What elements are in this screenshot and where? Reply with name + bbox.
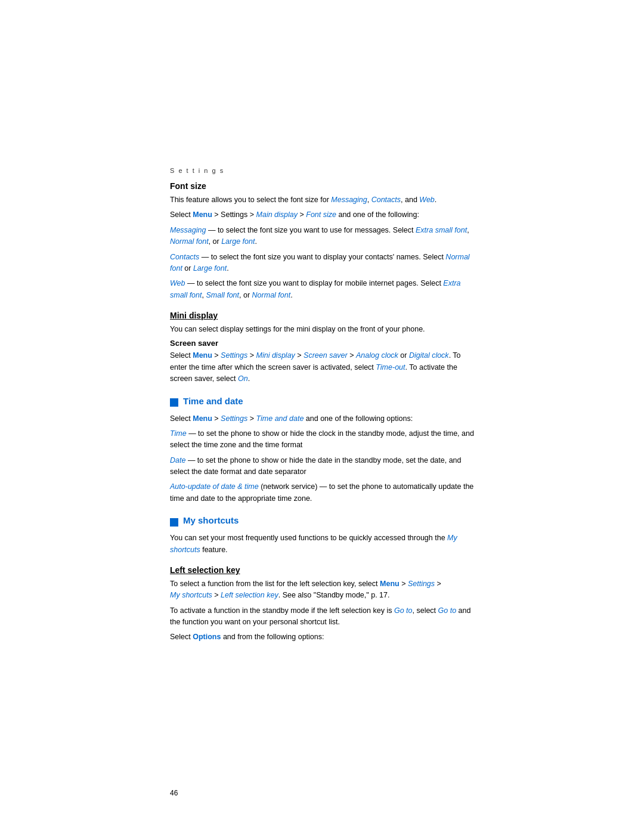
left-selection-key-heading: Left selection key bbox=[170, 565, 474, 575]
left-selection-key-para1: To select a function from the list for t… bbox=[170, 578, 474, 602]
time-and-date-para1: Select Menu > Settings > Time and date a… bbox=[170, 413, 474, 425]
mini-display-section: Mini display You can select display sett… bbox=[170, 311, 474, 385]
mini-display-heading: Mini display bbox=[170, 311, 474, 320]
screen-saver-heading: Screen saver bbox=[170, 339, 474, 348]
left-selection-key-para3: Select Options and from the following op… bbox=[170, 631, 474, 643]
my-shortcuts-para: You can set your most frequently used fu… bbox=[170, 532, 474, 556]
time-and-date-auto-update-line: Auto-update of date & time (network serv… bbox=[170, 481, 474, 504]
time-and-date-time-line: Time — to set the phone to show or hide … bbox=[170, 428, 474, 451]
time-and-date-section: Time and date Select Menu > Settings > T… bbox=[170, 396, 474, 505]
page: S e t t i n g s Font size This feature a… bbox=[0, 0, 644, 833]
my-shortcuts-heading: My shortcuts bbox=[183, 515, 239, 525]
blue-square-icon-2 bbox=[170, 518, 178, 527]
font-size-contacts-line: Contacts — to select the font size you w… bbox=[170, 252, 474, 275]
screen-saver-subsection: Screen saver Select Menu > Settings > Mi… bbox=[170, 339, 474, 385]
font-size-section: Font size This feature allows you to sel… bbox=[170, 181, 474, 301]
my-shortcuts-heading-container: My shortcuts bbox=[170, 515, 474, 529]
font-size-para2: Select Menu > Settings > Main display > … bbox=[170, 209, 474, 221]
blue-square-icon bbox=[170, 398, 178, 407]
page-number: 46 bbox=[170, 789, 178, 797]
font-size-para1: This feature allows you to select the fo… bbox=[170, 194, 474, 206]
my-shortcuts-section: My shortcuts You can set your most frequ… bbox=[170, 515, 474, 556]
time-and-date-date-line: Date — to set the phone to show or hide … bbox=[170, 455, 474, 478]
settings-label: S e t t i n g s bbox=[170, 167, 474, 174]
font-size-heading: Font size bbox=[170, 181, 474, 191]
font-size-web-line: Web — to select the font size you want t… bbox=[170, 278, 474, 301]
left-selection-key-section: Left selection key To select a function … bbox=[170, 565, 474, 643]
time-and-date-heading-container: Time and date bbox=[170, 396, 474, 410]
mini-display-para1: You can select display settings for the … bbox=[170, 324, 474, 335]
font-size-messaging-line: Messaging — to select the font size you … bbox=[170, 225, 474, 248]
left-selection-key-para2: To activate a function in the standby mo… bbox=[170, 605, 474, 628]
time-and-date-heading: Time and date bbox=[183, 396, 243, 406]
screen-saver-para: Select Menu > Settings > Mini display > … bbox=[170, 350, 474, 385]
